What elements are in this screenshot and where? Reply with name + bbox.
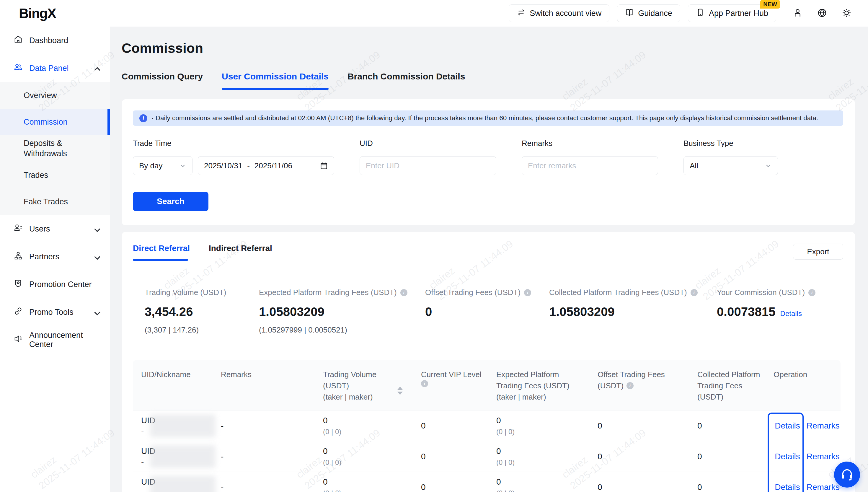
topbar: BingX Switch account view Guidance NEW A… <box>0 0 868 27</box>
col-expected-fees: Expected Platform Trading Fees (USDT) (t… <box>488 369 589 402</box>
info-icon[interactable] <box>627 382 634 389</box>
headset-icon <box>840 467 854 482</box>
commission-details-link[interactable]: Details <box>780 310 802 318</box>
uid-nickname-cell: UID - <box>133 411 212 441</box>
table-row: UID - - 0 (0 | 0) 0 0 (0 | 0) 0 0 Detail… <box>133 441 841 472</box>
redacted-nickname <box>150 445 215 468</box>
sidebar: Dashboard Data Panel Overview Commission… <box>0 27 110 492</box>
collected-fees-cell: 0 <box>689 441 765 472</box>
trade-time-label: Trade Time <box>133 139 334 148</box>
collected-fees-cell: 0 <box>689 411 765 441</box>
table-row: UID - - 0 (0 | 0) 0 0 (0 | 0) 0 0 Detail… <box>133 472 841 492</box>
app-partner-hub-button[interactable]: NEW App Partner Hub <box>688 4 776 22</box>
app-partner-hub-label: App Partner Hub <box>709 9 768 18</box>
switch-account-view-button[interactable]: Switch account view <box>509 4 609 22</box>
remarks-input[interactable] <box>522 156 658 175</box>
sidebar-item-label: Announcement Center <box>29 331 100 349</box>
business-type-select[interactable]: All <box>684 156 778 175</box>
sort-toggle[interactable] <box>398 387 403 395</box>
switch-account-view-label: Switch account view <box>530 9 602 18</box>
data-panel-users-icon <box>14 63 23 74</box>
remarks-label: Remarks <box>522 139 658 148</box>
tab-commission-query[interactable]: Commission Query <box>122 71 203 83</box>
commission-tabs: Commission Query User Commission Details… <box>122 71 855 83</box>
offset-fees-cell: 0 <box>589 472 689 492</box>
sidebar-item-data-panel[interactable]: Data Panel <box>0 54 110 82</box>
redacted-nickname <box>150 476 215 492</box>
remarks-link[interactable]: Remarks <box>807 421 840 430</box>
remarks-link[interactable]: Remarks <box>807 483 840 492</box>
remarks-link[interactable]: Remarks <box>807 452 840 461</box>
language-globe-icon[interactable] <box>817 8 827 19</box>
expected-fees-cell: 0 (0 | 0) <box>488 472 589 492</box>
sidebar-item-deposits-withdrawals[interactable]: Deposits & Withdrawals <box>0 135 110 162</box>
tab-direct-referral[interactable]: Direct Referral <box>133 244 190 253</box>
col-vip-level: Current VIP Level <box>413 369 488 387</box>
app-window: BingX Switch account view Guidance NEW A… <box>0 0 868 492</box>
calendar-icon[interactable] <box>320 162 328 170</box>
chevron-down-icon <box>179 162 186 169</box>
topbar-icon-group <box>793 8 851 19</box>
filter-card: · Daily commissions are settled and dist… <box>122 99 855 225</box>
stats-row: Trading Volume (USDT) 3,454.26 (3,307 | … <box>133 288 843 335</box>
uid-input[interactable] <box>360 156 496 175</box>
sidebar-item-promotion-center[interactable]: Promotion Center <box>0 271 110 298</box>
tab-indirect-referral[interactable]: Indirect Referral <box>209 244 272 253</box>
referral-data-card: Direct Referral Indirect Referral Export… <box>122 232 855 492</box>
stat-offset-fees: Offset Trading Fees (USDT) 0 <box>425 288 549 335</box>
sidebar-item-fake-trades[interactable]: Fake Trades <box>0 189 110 215</box>
profile-icon[interactable] <box>793 8 802 19</box>
table-header: UID/Nickname Remarks Trading Volume (USD… <box>133 360 841 410</box>
sidebar-item-overview[interactable]: Overview <box>0 82 110 109</box>
remarks-filter: Remarks <box>522 139 658 175</box>
stat-collected-platform-fees: Collected Platform Trading Fees (USDT) 1… <box>549 288 717 335</box>
theme-toggle-sun-icon[interactable] <box>842 8 851 19</box>
table-row: UID - - 0 (0 | 0) 0 0 (0 | 0) 0 0 Detail… <box>133 410 841 441</box>
operation-cell: Details Remarks <box>765 441 841 472</box>
tab-branch-commission-details[interactable]: Branch Commission Details <box>348 71 465 83</box>
export-button[interactable]: Export <box>793 244 843 260</box>
info-icon[interactable] <box>808 289 815 296</box>
expected-fees-cell: 0 (0 | 0) <box>488 411 589 441</box>
sidebar-item-trades[interactable]: Trades <box>0 162 110 189</box>
bingx-logo: BingX <box>19 5 56 21</box>
guidance-button[interactable]: Guidance <box>617 4 680 22</box>
col-operation: Operation <box>765 369 841 380</box>
sidebar-item-dashboard[interactable]: Dashboard <box>0 27 110 54</box>
details-link[interactable]: Details <box>775 452 800 461</box>
vip-level-cell: 0 <box>413 411 488 441</box>
sidebar-item-promo-tools[interactable]: Promo Tools <box>0 298 110 326</box>
info-banner: · Daily commissions are settled and dist… <box>133 110 843 126</box>
info-icon[interactable] <box>524 289 531 296</box>
details-link[interactable]: Details <box>775 421 800 430</box>
sidebar-item-label: Data Panel <box>29 64 69 73</box>
sidebar-item-users[interactable]: Users <box>0 215 110 243</box>
offset-fees-cell: 0 <box>589 411 689 441</box>
sidebar-item-partners[interactable]: Partners <box>0 243 110 271</box>
tab-user-commission-details[interactable]: User Commission Details <box>222 71 329 83</box>
mobile-phone-icon <box>696 8 705 19</box>
uid-nickname-cell: UID - <box>133 472 212 492</box>
chevron-down-icon <box>93 253 100 260</box>
sidebar-item-label: Partners <box>29 252 59 261</box>
business-type-filter: Business Type All <box>684 139 778 175</box>
org-chart-icon <box>14 251 23 262</box>
info-icon[interactable] <box>421 380 428 387</box>
search-button[interactable]: Search <box>133 192 208 211</box>
expected-fees-cell: 0 (0 | 0) <box>488 441 589 472</box>
stat-your-commission: Your Commission (USDT) 0.0073815Details <box>717 288 815 335</box>
remarks-cell: - <box>212 472 315 492</box>
info-icon[interactable] <box>691 289 698 296</box>
chevron-down-icon <box>93 225 100 232</box>
stat-expected-platform-fees: Expected Platform Trading Fees (USDT) 1.… <box>259 288 425 335</box>
details-link[interactable]: Details <box>775 483 800 492</box>
sidebar-item-announcement-center[interactable]: Announcement Center <box>0 326 110 354</box>
info-icon[interactable] <box>400 289 407 296</box>
sidebar-item-label: Dashboard <box>29 36 68 45</box>
date-range-picker[interactable]: 2025/10/31 - 2025/11/06 <box>198 156 334 175</box>
sidebar-item-commission[interactable]: Commission <box>0 109 110 135</box>
trade-time-mode-select[interactable]: By day <box>133 156 193 175</box>
trade-time-filter: Trade Time By day 2025/10/31 - <box>133 139 334 175</box>
uid-label: UID <box>360 139 496 148</box>
customer-support-fab[interactable] <box>834 462 860 488</box>
